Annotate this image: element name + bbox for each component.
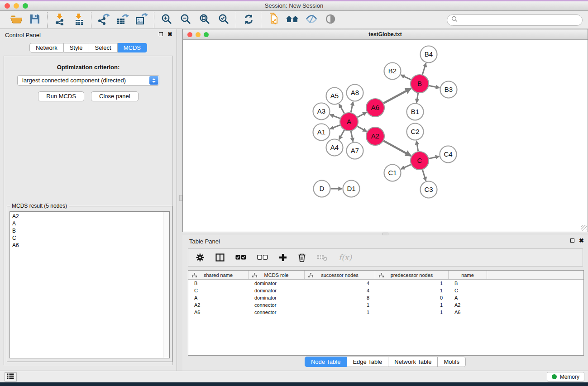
zoom-selected-button[interactable] [216, 13, 231, 27]
graph-node-D1[interactable]: D1 [343, 181, 360, 197]
select-all-button[interactable] [235, 255, 246, 260]
refresh-button[interactable] [241, 13, 256, 27]
graph-node-B2[interactable]: B2 [384, 63, 401, 80]
table-cell[interactable]: 1 [375, 288, 449, 293]
export-image-button[interactable] [134, 13, 149, 27]
graph-node-B3[interactable]: B3 [440, 81, 457, 98]
graph-node-B[interactable]: B [411, 75, 429, 93]
task-history-button[interactable] [5, 372, 17, 381]
tab-mcds[interactable]: MCDS [118, 43, 147, 52]
table-cell[interactable]: A [449, 295, 487, 300]
table-row[interactable]: Bdominator41B [188, 280, 583, 287]
delete-column-button[interactable] [298, 253, 306, 262]
import-network-button[interactable] [52, 13, 67, 27]
hide-edges-button[interactable] [304, 13, 319, 27]
table-cell[interactable]: C [188, 288, 249, 293]
table-cell[interactable]: dominator [249, 281, 305, 286]
table-cell[interactable]: A2 [188, 302, 249, 308]
run-mcds-button[interactable]: Run MCDS [38, 91, 84, 101]
graph-edge-B-B3[interactable] [429, 86, 440, 88]
graph-node-C3[interactable]: C3 [421, 181, 437, 198]
graph-node-B1[interactable]: B1 [407, 104, 424, 120]
export-table-button[interactable] [115, 13, 130, 27]
table-cell[interactable]: dominator [249, 288, 305, 293]
graph-edge-B-B1[interactable] [416, 93, 418, 103]
network-minimize-button[interactable] [196, 32, 201, 37]
criterion-dropdown[interactable]: largest connected component (directed) [17, 75, 159, 86]
table-row[interactable]: Cdominator41C [188, 287, 583, 294]
window-resize-grip[interactable] [581, 225, 587, 231]
graph-node-A7[interactable]: A7 [347, 143, 363, 159]
tab-style[interactable]: Style [64, 43, 89, 52]
zoom-in-button[interactable] [159, 13, 174, 27]
zoom-window-button[interactable] [23, 3, 28, 9]
export-network-button[interactable] [96, 13, 111, 27]
table-cell[interactable]: A6 [449, 310, 487, 315]
graph-node-A2[interactable]: A2 [366, 127, 384, 145]
graph-node-A8[interactable]: A8 [347, 85, 363, 101]
table-cell[interactable]: 8 [305, 295, 375, 300]
zoom-out-button[interactable] [178, 13, 193, 27]
graph-node-A5[interactable]: A5 [326, 88, 343, 105]
graph-edge-A2-C[interactable] [383, 141, 411, 156]
table-cell[interactable]: A [188, 295, 249, 300]
close-panel-button[interactable]: Close panel [91, 91, 139, 101]
graph-edge-C-C4[interactable] [429, 156, 439, 158]
graph-edge-C-C2[interactable] [416, 141, 418, 151]
table-row[interactable]: Adominator80A [188, 294, 583, 301]
import-table-button[interactable] [71, 13, 86, 27]
table-cell[interactable]: C [449, 288, 487, 293]
table-cell[interactable]: 1 [375, 310, 449, 315]
column-view-button[interactable] [215, 253, 225, 262]
table-cell[interactable]: 1 [305, 310, 375, 315]
function-builder-icon[interactable]: f(x) [339, 253, 352, 262]
graph-edge-A-A1[interactable] [330, 125, 340, 129]
graph-edge-B-B2[interactable] [401, 75, 411, 80]
graph-node-C1[interactable]: C1 [384, 165, 401, 181]
table-cell[interactable]: A6 [188, 310, 249, 315]
network-window-titlebar[interactable]: testGlobe.txt [183, 29, 588, 40]
graph-edge-C-C3[interactable] [422, 170, 426, 181]
network-zoom-button[interactable] [204, 32, 209, 37]
table-cell[interactable]: 4 [305, 288, 375, 293]
add-column-button[interactable] [279, 253, 287, 262]
splitter-handle-left[interactable] [179, 195, 182, 201]
clone-network-button[interactable] [266, 13, 281, 27]
graph-node-B4[interactable]: B4 [421, 46, 437, 63]
gear-button[interactable] [196, 253, 205, 262]
delete-table-icon[interactable] [317, 254, 328, 261]
table-cell[interactable]: dominator [249, 295, 305, 300]
graph-node-C[interactable]: C [411, 152, 429, 170]
network-close-button[interactable] [187, 32, 192, 37]
graph-edge-A6-B[interactable] [383, 88, 411, 103]
table-cell[interactable]: 1 [375, 302, 449, 308]
tab-network-table[interactable]: Network Table [388, 357, 438, 367]
graph-node-A[interactable]: A [340, 113, 358, 131]
mcds-result-item[interactable]: A2 [12, 213, 161, 220]
table-cell[interactable]: A2 [449, 302, 487, 308]
graph-node-A3[interactable]: A3 [313, 103, 330, 120]
graph-edge-A-A4[interactable] [339, 130, 344, 139]
table-cell[interactable]: 1 [305, 302, 375, 308]
table-cell[interactable]: B [188, 281, 249, 286]
table-cell[interactable]: 1 [375, 281, 449, 286]
open-session-button[interactable] [8, 13, 24, 27]
save-session-button[interactable] [27, 13, 43, 27]
float-table-panel-icon[interactable] [570, 238, 574, 243]
tab-node-table[interactable]: Node Table [305, 357, 347, 367]
result-list-scrollbar[interactable] [163, 212, 169, 358]
tab-network[interactable]: Network [29, 43, 64, 52]
graph-node-D[interactable]: D [314, 181, 330, 197]
tab-select[interactable]: Select [89, 43, 118, 52]
tab-motifs[interactable]: Motifs [438, 357, 466, 367]
graph-node-C2[interactable]: C2 [407, 124, 424, 140]
tab-edge-table[interactable]: Edge Table [347, 357, 388, 367]
table-cell[interactable]: B [449, 281, 487, 286]
unselect-all-button[interactable] [257, 255, 268, 260]
graph-edge-A-A8[interactable] [351, 102, 353, 112]
table-cell[interactable]: 0 [375, 295, 449, 300]
graph-edge-B-B4[interactable] [422, 63, 426, 75]
mcds-result-item[interactable]: A [12, 220, 161, 227]
close-window-button[interactable] [5, 3, 10, 9]
close-table-panel-icon[interactable]: ✖ [579, 238, 584, 243]
